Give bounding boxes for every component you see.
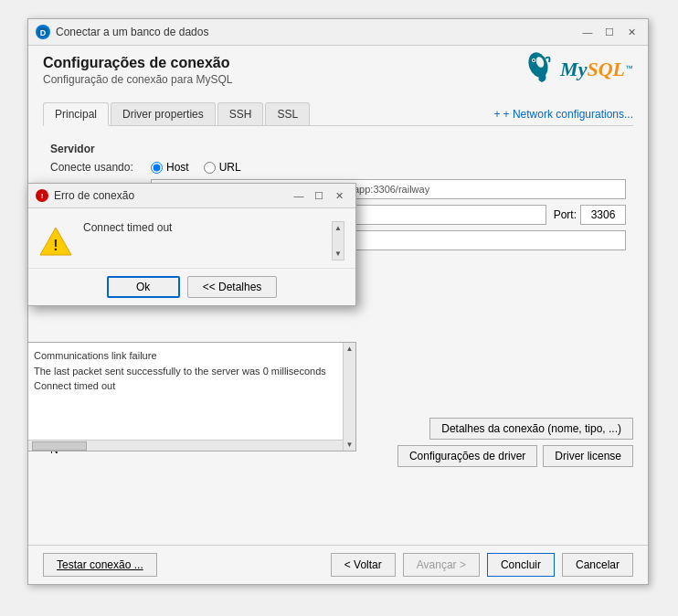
warning-icon: !: [39, 225, 72, 260]
back-button[interactable]: < Voltar: [331, 553, 396, 577]
tab-ssl[interactable]: SSL: [265, 102, 310, 125]
tabs-bar: Principal Driver properties SSH SSL + + …: [43, 102, 633, 126]
details-scroll-down-button[interactable]: ▼: [346, 441, 354, 449]
scroll-down-button[interactable]: ▼: [334, 250, 342, 258]
connect-using-row: Conecte usando: Host URL: [50, 161, 626, 174]
details-line2: The last packet sent successfully to the…: [34, 364, 337, 379]
url-radio[interactable]: [204, 162, 216, 174]
cancel-button[interactable]: Cancelar: [562, 553, 633, 577]
details-line1: Communications link failure: [34, 348, 337, 364]
connection-details-button[interactable]: Detalhes da conexão (nome, tipo, ...): [429, 418, 633, 440]
page-header-text: Configurações de conexão Configuração de…: [43, 55, 232, 95]
bottom-right-buttons: < Voltar Avançar > Concluir Cancelar: [331, 553, 633, 577]
error-maximize-button[interactable]: ☐: [310, 188, 328, 203]
connect-using-label: Conecte usando:: [50, 161, 151, 174]
tab-principal[interactable]: Principal: [43, 102, 109, 126]
port-label: Port:: [554, 208, 577, 221]
error-message-container: Connect timed out: [83, 221, 321, 234]
minimize-button[interactable]: —: [578, 25, 597, 39]
tab-driver-properties[interactable]: Driver properties: [111, 102, 216, 125]
svg-point-5: [533, 59, 535, 61]
page-header: Configurações de conexão Configuração de…: [28, 46, 648, 126]
window-controls: — ☐ ✕: [578, 25, 641, 39]
mysql-wordmark: MySQL™: [560, 58, 633, 81]
url-radio-text: URL: [219, 161, 241, 174]
mysql-trademark: ™: [625, 64, 633, 73]
additional-buttons-area: Detalhes da conexão (nome, tipo, ...) Co…: [397, 418, 633, 467]
mysql-dolphin-icon: [520, 51, 556, 88]
details-scroll-up-button[interactable]: ▲: [346, 345, 354, 353]
error-close-button[interactable]: ✕: [330, 188, 348, 203]
svg-text:!: !: [53, 238, 58, 253]
error-window-controls: — ☐ ✕: [290, 188, 348, 203]
host-radio-label[interactable]: Host: [151, 161, 189, 174]
tab-ssh[interactable]: SSH: [217, 102, 264, 125]
tabs-left: Principal Driver properties SSH SSL: [43, 102, 312, 125]
connect-type-radio-group: Host URL: [151, 161, 241, 174]
details-hscrollbar: [28, 440, 343, 451]
plus-icon: +: [494, 108, 501, 121]
mysql-text-blue: My: [560, 58, 587, 80]
bottom-left-buttons: Testar conexão ...: [43, 553, 157, 577]
port-input[interactable]: [580, 205, 626, 225]
connection-details-row: Detalhes da conexão (nome, tipo, ...): [429, 418, 633, 440]
error-titlebar: ! Erro de conexão — ☐ ✕: [28, 184, 355, 208]
warning-triangle-icon: !: [39, 225, 72, 258]
error-scrollbar: ▲ ▼: [332, 221, 344, 260]
driver-license-button[interactable]: Driver license: [543, 445, 633, 467]
mysql-logo: MySQL™: [520, 51, 633, 88]
driver-row: Configurações de driver Driver license: [397, 445, 633, 467]
finish-button[interactable]: Concluir: [487, 553, 555, 577]
details-button[interactable]: << Detalhes: [187, 276, 278, 298]
error-titlebar-left: ! Erro de conexão: [36, 189, 134, 202]
test-connection-button[interactable]: Testar conexão ...: [43, 553, 157, 577]
details-area: Communications link failure The last pac…: [27, 342, 356, 451]
app-icon: D: [36, 25, 50, 39]
details-scrollbar: ▲ ▼: [343, 343, 355, 451]
advance-button[interactable]: Avançar >: [403, 553, 480, 577]
host-radio-text: Host: [166, 161, 189, 174]
ok-button[interactable]: Ok: [107, 276, 180, 298]
main-titlebar: D Conectar a um banco de dados — ☐ ✕: [28, 19, 648, 46]
main-buttons-area: Testar conexão ... < Voltar Avançar > Co…: [28, 545, 648, 584]
error-content: ! Connect timed out ▲ ▼: [28, 208, 355, 269]
host-radio[interactable]: [151, 162, 163, 174]
network-config-button[interactable]: + + Network configurations...: [494, 108, 633, 121]
scroll-up-button[interactable]: ▲: [334, 224, 342, 232]
error-minimize-button[interactable]: —: [290, 188, 308, 203]
details-text-content: Communications link failure The last pac…: [34, 348, 350, 394]
page-title: Configurações de conexão: [43, 55, 232, 71]
error-message: Connect timed out: [83, 221, 172, 234]
error-buttons: Ok << Detalhes: [28, 269, 355, 305]
error-title-icon: !: [36, 189, 48, 202]
details-hscroll-thumb: [32, 441, 87, 451]
titlebar-left: D Conectar a um banco de dados: [36, 25, 208, 39]
server-section-label: Servidor: [50, 143, 626, 155]
error-dialog: ! Erro de conexão — ☐ ✕ ! Connect timed …: [27, 183, 356, 306]
svg-text:D: D: [40, 28, 47, 37]
details-line3: Connect timed out: [34, 378, 337, 394]
driver-settings-button[interactable]: Configurações de driver: [397, 445, 537, 467]
close-button[interactable]: ✕: [622, 25, 641, 39]
main-window-title: Conectar a um banco de dados: [56, 26, 208, 38]
error-dialog-title: Erro de conexão: [54, 189, 134, 202]
mysql-text-orange: SQL: [587, 58, 625, 80]
svg-text:!: !: [41, 192, 44, 200]
maximize-button[interactable]: ☐: [600, 25, 619, 39]
page-subtitle: Configuração de conexão para MySQL: [43, 73, 232, 86]
url-radio-label[interactable]: URL: [204, 161, 241, 174]
